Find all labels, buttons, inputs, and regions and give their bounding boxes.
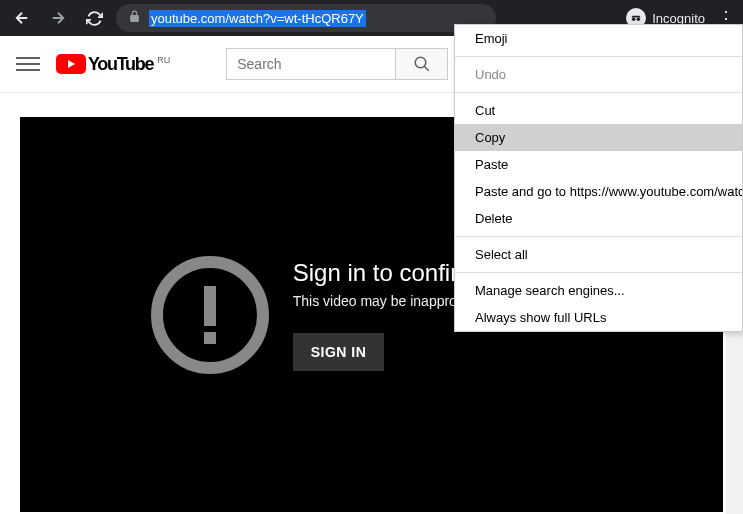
youtube-play-icon	[56, 54, 86, 74]
search-input[interactable]	[226, 48, 396, 80]
reload-button[interactable]	[80, 4, 108, 32]
signin-button[interactable]: SIGN IN	[293, 333, 385, 371]
search-button[interactable]	[396, 48, 448, 80]
svg-point-1	[637, 17, 641, 21]
ctx-emoji[interactable]: Emoji	[455, 25, 742, 52]
ctx-divider	[455, 272, 742, 273]
ctx-paste[interactable]: Paste	[455, 151, 742, 178]
ctx-divider	[455, 236, 742, 237]
back-button[interactable]	[8, 4, 36, 32]
ctx-manage-search[interactable]: Manage search engines...	[455, 277, 742, 304]
ctx-divider	[455, 56, 742, 57]
ctx-copy[interactable]: Copy	[455, 124, 742, 151]
forward-button[interactable]	[44, 4, 72, 32]
youtube-logo[interactable]: YouTube RU	[56, 54, 170, 75]
ctx-undo[interactable]: Undo	[455, 61, 742, 88]
svg-point-2	[415, 57, 426, 68]
ctx-cut[interactable]: Cut	[455, 97, 742, 124]
ctx-show-urls[interactable]: Always show full URLs	[455, 304, 742, 331]
ctx-delete[interactable]: Delete	[455, 205, 742, 232]
youtube-brand-text: YouTube	[88, 54, 153, 75]
search-box	[226, 48, 448, 80]
ctx-select-all[interactable]: Select all	[455, 241, 742, 268]
hamburger-menu[interactable]	[16, 57, 40, 71]
url-text: youtube.com/watch?v=wt-tHcQR67Y	[149, 10, 366, 27]
ctx-paste-go[interactable]: Paste and go to https://www.youtube.com/…	[455, 178, 742, 205]
address-bar[interactable]: youtube.com/watch?v=wt-tHcQR67Y	[116, 4, 496, 32]
warning-icon	[151, 256, 269, 374]
svg-point-0	[632, 17, 636, 21]
youtube-region: RU	[157, 55, 170, 65]
lock-icon	[128, 9, 141, 27]
ctx-divider	[455, 92, 742, 93]
context-menu: Emoji Undo Cut Copy Paste Paste and go t…	[454, 24, 743, 332]
